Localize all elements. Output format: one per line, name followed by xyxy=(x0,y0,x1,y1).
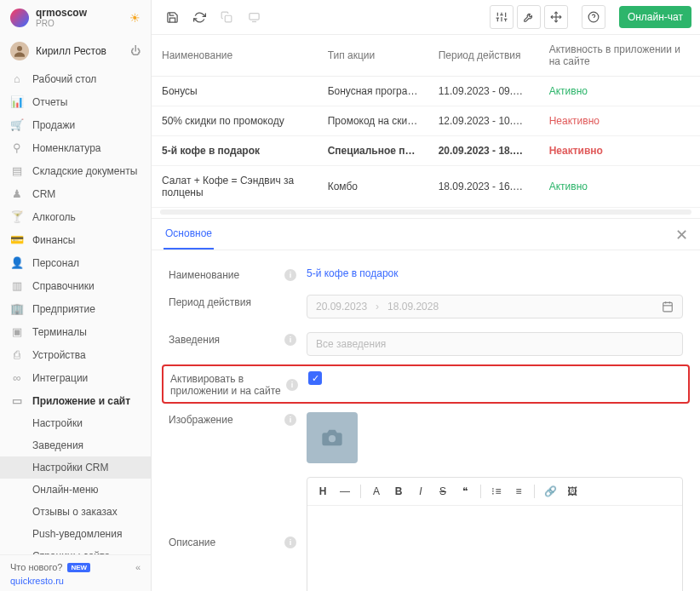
site-link[interactable]: quickresto.ru xyxy=(10,574,141,586)
tab-main[interactable]: Основное xyxy=(164,219,214,250)
move-button[interactable] xyxy=(544,5,568,29)
sidebar-subitem[interactable]: Страницы сайта xyxy=(0,545,151,554)
ed-bold-button[interactable]: B xyxy=(388,481,409,502)
table-row[interactable]: Салат + Кофе = Сэндвич за полценыКомбо18… xyxy=(152,166,700,208)
sidebar-item[interactable]: ▤Складские документы xyxy=(0,159,151,182)
ed-link-button[interactable]: 🔗 xyxy=(540,481,560,502)
save-button[interactable] xyxy=(160,5,184,29)
sidebar-item[interactable]: 🛒Продажи xyxy=(0,113,151,136)
close-icon[interactable]: ✕ xyxy=(675,226,688,244)
sidebar-item[interactable]: ♟CRM xyxy=(0,182,151,205)
period-to: 18.09.2028 xyxy=(387,301,439,313)
cell-status: Неактивно xyxy=(539,106,700,136)
sidebar-item[interactable]: ▣Терминалы xyxy=(0,320,151,343)
ed-font-button[interactable]: A xyxy=(366,481,387,502)
sidebar-item[interactable]: ∞Интеграции xyxy=(0,366,151,389)
tools-button[interactable] xyxy=(517,5,541,29)
period-from: 20.09.2023 xyxy=(316,301,367,313)
sidebar-item[interactable]: ⎙Устройства xyxy=(0,343,151,366)
cell-type: Специальное предложен… xyxy=(318,136,428,166)
info-icon[interactable]: i xyxy=(284,334,296,346)
cell-type: Бонусная программа xyxy=(318,77,428,106)
theme-toggle-icon[interactable]: ☀ xyxy=(129,11,141,25)
table-row[interactable]: 50% скидки по промокодуПромокод на скидк… xyxy=(152,106,700,136)
nav-icon: 🍸 xyxy=(10,210,24,223)
detail-tabs: Основное ✕ xyxy=(152,219,700,250)
sidebar-item[interactable]: ⌂Рабочий стол xyxy=(0,67,151,90)
image-upload[interactable] xyxy=(307,412,358,463)
sidebar-item[interactable]: 🍸Алкоголь xyxy=(0,205,151,228)
brand-name: qrmoscow xyxy=(36,7,123,19)
nav-icon: 📊 xyxy=(10,95,24,108)
help-button[interactable] xyxy=(582,5,605,29)
sidebar-item[interactable]: 🏢Предприятие xyxy=(0,297,151,320)
copy-button[interactable] xyxy=(215,5,238,29)
period-input[interactable]: 20.09.2023 › 18.09.2028 xyxy=(307,295,683,318)
sidebar-item-label: Отзывы о заказах xyxy=(32,506,118,518)
ed-hr-button[interactable]: — xyxy=(335,481,355,502)
sidebar-item[interactable]: ⚲Номенклатура xyxy=(0,136,151,159)
sidebar-item-label: Push-уведомления xyxy=(32,528,122,540)
sidebar-subitem[interactable]: Заведения xyxy=(0,434,151,456)
svg-point-0 xyxy=(17,46,22,51)
activate-checkbox[interactable]: ✓ xyxy=(308,371,322,385)
sidebar-item[interactable]: 📊Отчеты xyxy=(0,90,151,113)
table-row[interactable]: БонусыБонусная программа11.09.2023 - 09.… xyxy=(152,77,700,106)
toolbar: Онлайн-чат xyxy=(152,0,700,35)
sidebar-item-label: Алкоголь xyxy=(32,211,76,223)
col-name[interactable]: Наименование xyxy=(152,35,318,77)
editor-toolbar: H — A B I S ❝ ⁝≡ ≡ xyxy=(307,478,682,506)
value-name[interactable]: 5-й кофе в подарок xyxy=(307,267,683,279)
sidebar-subitem[interactable]: Push-уведомления xyxy=(0,523,151,545)
sidebar-subitem[interactable]: Настройки xyxy=(0,412,151,434)
table-row[interactable]: 5-й кофе в подарокСпециальное предложен…… xyxy=(152,136,700,166)
avatar-icon[interactable] xyxy=(10,42,29,60)
logout-icon[interactable]: ⏻ xyxy=(130,45,141,57)
nav-icon: ▥ xyxy=(10,279,24,292)
venues-input[interactable]: Все заведения xyxy=(307,332,683,356)
col-type[interactable]: Тип акции xyxy=(318,35,428,77)
ed-heading-button[interactable]: H xyxy=(313,481,333,502)
label-description: Описание xyxy=(169,536,279,548)
info-icon[interactable]: i xyxy=(284,269,296,281)
nav-icon: 🛒 xyxy=(10,118,24,131)
ed-ul-button[interactable]: ⁝≡ xyxy=(486,481,507,502)
sidebar-item-label: Рабочий стол xyxy=(32,73,96,85)
online-chat-button[interactable]: Онлайн-чат xyxy=(619,6,691,28)
sidebar-subitem[interactable]: Отзывы о заказах xyxy=(0,501,151,523)
sidebar-subitem[interactable]: Настройки CRM xyxy=(0,456,151,479)
ed-image-button[interactable]: 🖼 xyxy=(562,481,582,502)
nav-app-site[interactable]: ▭ Приложение и сайт xyxy=(0,389,151,412)
sidebar-user: Кирилл Рестов ⏻ xyxy=(0,35,151,67)
sidebar-subitem[interactable]: Онлайн-меню xyxy=(0,479,151,501)
detail-form: Наименование i 5-й кофе в подарок Период… xyxy=(152,250,700,591)
cell-status: Активно xyxy=(539,166,700,208)
ed-ol-button[interactable]: ≡ xyxy=(508,481,529,502)
sidebar-item[interactable]: ▥Справочники xyxy=(0,274,151,297)
label-period: Период действия xyxy=(169,296,296,308)
editor-body[interactable] xyxy=(307,506,682,591)
info-icon[interactable]: i xyxy=(284,414,296,426)
chevron-left-icon: « xyxy=(135,562,141,572)
calendar-icon[interactable] xyxy=(662,301,674,313)
col-period[interactable]: Период действия xyxy=(428,35,539,77)
ed-quote-button[interactable]: ❝ xyxy=(455,481,475,502)
horizontal-scrollbar[interactable] xyxy=(160,209,691,215)
ed-strike-button[interactable]: S xyxy=(433,481,453,502)
screen-button[interactable] xyxy=(242,5,266,29)
sidebar-item-label: Справочники xyxy=(32,280,95,292)
ed-italic-button[interactable]: I xyxy=(410,481,431,502)
col-activity[interactable]: Активность в приложении и на сайте xyxy=(539,35,700,77)
info-icon[interactable]: i xyxy=(286,379,298,391)
settings-sliders-button[interactable] xyxy=(490,5,514,29)
info-icon[interactable]: i xyxy=(284,536,296,548)
cell-type: Промокод на скидку xyxy=(318,106,428,136)
logo-icon xyxy=(10,9,29,27)
nav-icon: 🏢 xyxy=(10,302,24,315)
sidebar-item[interactable]: 👤Персонал xyxy=(0,251,151,274)
whats-new-link[interactable]: Что нового? NEW « xyxy=(10,560,141,574)
svg-rect-17 xyxy=(663,302,673,312)
refresh-button[interactable] xyxy=(187,5,211,29)
nav-icon: ∞ xyxy=(10,371,24,384)
sidebar-item[interactable]: 💳Финансы xyxy=(0,228,151,251)
